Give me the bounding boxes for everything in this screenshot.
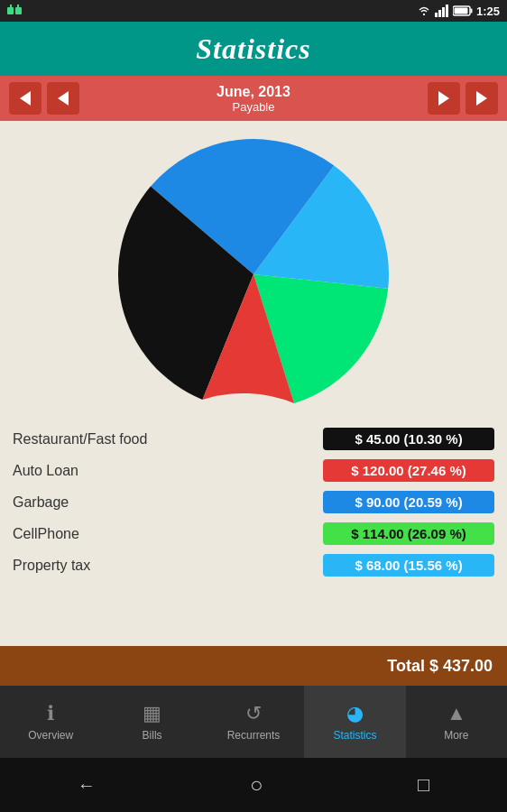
svg-rect-3 <box>17 5 19 7</box>
status-right-icons: 1:25 <box>417 5 500 18</box>
tab-label-recurrents: Recurrents <box>227 729 281 742</box>
data-row-value: $ 68.00 (15.56 %) <box>323 554 494 577</box>
data-row-label: Auto Loan <box>13 463 78 479</box>
svg-rect-2 <box>10 5 12 7</box>
arrow-left-icon <box>20 91 31 106</box>
data-row: Auto Loan $ 120.00 (27.46 %) <box>13 459 494 482</box>
nav-prev-button[interactable] <box>47 82 79 115</box>
nav-prev-prev-button[interactable] <box>9 82 41 115</box>
nav-date: June, 2013 <box>217 84 290 100</box>
arrow-right-icon <box>438 91 449 106</box>
tab-label-more: More <box>444 729 468 742</box>
data-row-label: Garbage <box>13 494 69 511</box>
arrow-right-icon <box>476 91 487 106</box>
main-content: Restaurant/Fast food $ 45.00 (10.30 %) A… <box>0 121 507 646</box>
data-row-label: Restaurant/Fast food <box>13 431 147 448</box>
data-row-label: CellPhone <box>13 526 79 542</box>
bottom-tabs: ℹ Overview ▦ Bills ↺ Recurrents ◕ Statis… <box>0 686 507 758</box>
tab-item-more[interactable]: ▲ More <box>406 686 507 758</box>
android-icon <box>7 5 22 17</box>
data-row: Restaurant/Fast food $ 45.00 (10.30 %) <box>13 428 494 450</box>
app-title: Statistics <box>196 32 310 66</box>
total-text: Total $ 437.00 <box>387 657 493 676</box>
status-bar: 1:25 <box>0 0 507 22</box>
nav-center: June, 2013 Payable <box>217 84 290 114</box>
nav-next-next-button[interactable] <box>466 82 498 115</box>
recent-apps-button[interactable]: □ <box>418 773 429 797</box>
tab-label-overview: Overview <box>28 729 73 742</box>
tab-item-recurrents[interactable]: ↺ Recurrents <box>203 686 304 758</box>
svg-rect-5 <box>438 10 441 17</box>
pie-chart <box>118 139 389 410</box>
data-row: CellPhone $ 114.00 (26.09 %) <box>13 522 494 545</box>
back-button[interactable]: ← <box>78 775 96 796</box>
signal-icon <box>435 5 449 17</box>
data-row: Property tax $ 68.00 (15.56 %) <box>13 554 494 577</box>
data-row-label: Property tax <box>13 558 90 574</box>
data-row-value: $ 90.00 (20.59 %) <box>323 491 494 513</box>
svg-rect-1 <box>15 7 22 14</box>
data-rows: Restaurant/Fast food $ 45.00 (10.30 %) A… <box>0 428 507 586</box>
data-row-value: $ 114.00 (26.09 %) <box>323 522 494 545</box>
tab-icon-more: ▲ <box>447 702 466 725</box>
tab-item-bills[interactable]: ▦ Bills <box>101 686 202 758</box>
tab-icon-recurrents: ↺ <box>245 702 262 725</box>
svg-rect-0 <box>7 7 14 14</box>
tab-item-statistics[interactable]: ◕ Statistics <box>304 686 405 758</box>
tab-item-overview[interactable]: ℹ Overview <box>0 686 101 758</box>
arrow-left-icon <box>58 91 69 106</box>
total-bar: Total $ 437.00 <box>0 646 507 686</box>
data-row-value: $ 45.00 (10.30 %) <box>323 428 494 450</box>
home-button[interactable]: ○ <box>250 772 263 798</box>
nav-next-arrows <box>428 82 498 115</box>
nav-prev-arrows <box>9 82 79 115</box>
tab-label-statistics: Statistics <box>333 729 376 742</box>
data-row-value: $ 120.00 (27.46 %) <box>323 459 494 482</box>
svg-rect-6 <box>442 7 445 17</box>
svg-rect-7 <box>446 5 448 17</box>
pie-chart-container <box>0 130 507 428</box>
svg-rect-4 <box>435 13 438 17</box>
nav-next-button[interactable] <box>428 82 460 115</box>
tab-label-bills: Bills <box>143 729 162 742</box>
svg-rect-10 <box>454 8 467 14</box>
status-left-icons <box>7 5 22 17</box>
android-nav-bar: ← ○ □ <box>0 758 507 812</box>
app-header: Statistics <box>0 22 507 76</box>
tab-icon-statistics: ◕ <box>346 702 364 725</box>
nav-bar: June, 2013 Payable <box>0 76 507 121</box>
battery-icon <box>453 5 473 17</box>
clock: 1:25 <box>476 5 500 18</box>
svg-rect-9 <box>470 9 472 14</box>
tab-icon-bills: ▦ <box>143 702 161 725</box>
data-row: Garbage $ 90.00 (20.59 %) <box>13 491 494 513</box>
tab-icon-overview: ℹ <box>47 702 54 725</box>
wifi-icon <box>417 5 431 17</box>
nav-type: Payable <box>217 100 290 114</box>
